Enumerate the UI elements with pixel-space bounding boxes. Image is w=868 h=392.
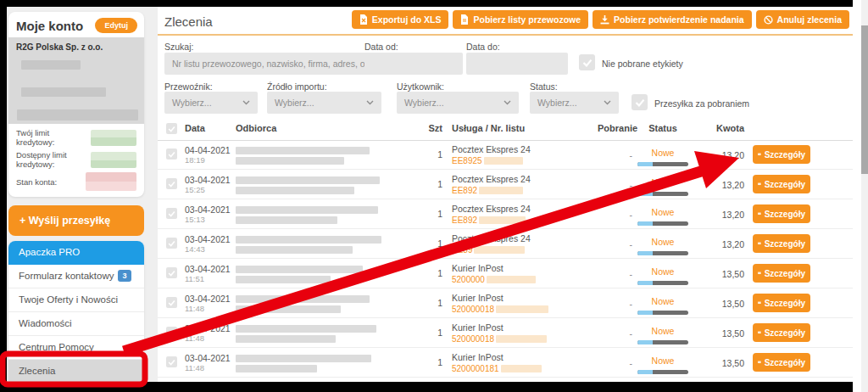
sidebar-item-help-center[interactable]: Centrum Pomocy (8, 336, 144, 360)
service-name: Pocztex Ekspres 24 (452, 233, 531, 244)
book-icon (758, 210, 761, 218)
button-label: Szczegóły (765, 210, 805, 219)
book-icon (758, 299, 761, 307)
service-name: Pocztex Ekspres 24 (452, 204, 531, 214)
status-badge: Nowe (652, 237, 675, 247)
order-amount: 13,50 (702, 328, 744, 339)
sidebar-item-apaczka-pro[interactable]: Apaczka PRO (8, 241, 144, 265)
redacted-text (236, 147, 370, 154)
row-checkbox[interactable] (166, 327, 177, 338)
redacted-value (91, 152, 136, 168)
status-progress-fill (637, 221, 653, 226)
tracking-number[interactable]: EE892 (452, 185, 531, 196)
row-checkbox[interactable] (166, 208, 177, 219)
tracking-number[interactable]: 5200000181 (452, 363, 542, 374)
credit-limit-row: Twój limit kredytowy: (16, 128, 136, 147)
book-icon (758, 328, 761, 337)
service-cell: Kurier InPost 520000018 (452, 293, 548, 315)
details-button[interactable]: Szczegóły (753, 175, 810, 193)
tracking-redacted (496, 305, 548, 313)
button-label: Szczegóły (765, 150, 805, 160)
account-address-block: R2G Polska Sp. z o.o. (8, 37, 144, 124)
row-checkbox[interactable] (166, 297, 177, 308)
company-name: R2G Polska Sp. z o.o. (16, 42, 136, 52)
check-icon (168, 270, 175, 277)
details-button[interactable]: Szczegóły (753, 204, 810, 223)
status-progress-bar (637, 192, 688, 196)
table-row: 03-04-202115:25 1 Pocztex Ekspres 24 EE8… (158, 170, 853, 199)
available-limit-row: Dostępny limit kredytowy: (16, 150, 136, 169)
scrollbar-thumb[interactable] (861, 25, 868, 174)
service-name: Pocztex Ekspres 24 (452, 174, 531, 184)
service-cell: Kurier InPost 5200000 (452, 263, 536, 285)
order-amount: 13,50 (702, 299, 744, 309)
sidebar-item-orders[interactable]: Zlecenia (8, 360, 144, 382)
account-card: Moje konto Edytuj R2G Polska Sp. z o.o. … (8, 12, 144, 197)
details-button[interactable]: Szczegóły (753, 145, 810, 164)
details-button[interactable]: Szczegóły (753, 353, 810, 372)
order-date: 03-04-202114:43 (185, 234, 231, 255)
button-label: Szczegóły (765, 299, 805, 308)
row-checkbox[interactable] (166, 238, 177, 249)
scrollbar-track[interactable] (861, 0, 868, 392)
status-progress-bar (637, 370, 688, 374)
order-date: 03-04-202111:48 (185, 353, 231, 373)
tracking-number[interactable]: 520000018 (452, 333, 547, 344)
details-button[interactable]: Szczegóły (753, 294, 810, 312)
sidebar-item-messages[interactable]: Wiadomości (8, 312, 144, 336)
service-cell: Pocztex Ekspres 24 EE892 (452, 174, 531, 196)
redacted-text (21, 60, 81, 70)
order-time: 18:19 (185, 155, 231, 165)
button-label: Szczegóły (765, 180, 805, 189)
recipient-redacted (236, 206, 378, 227)
status-progress-bar (637, 251, 688, 255)
order-amount: 13,20 (702, 150, 744, 160)
status-progress-fill (637, 311, 653, 315)
redacted-text (236, 266, 363, 273)
sidebar: Moje konto Edytuj R2G Polska Sp. z o.o. … (7, 7, 158, 382)
details-button[interactable]: Szczegóły (753, 264, 810, 283)
row-checkbox[interactable] (166, 178, 177, 189)
redacted-text (236, 187, 354, 194)
tracking-number[interactable]: 520000018 (452, 304, 548, 315)
redacted-value (91, 130, 136, 146)
order-date: 03-04-202115:25 (185, 175, 231, 195)
table-row: 03-04-202114:43 1 Pocztex Ekspres 24 EE8… (158, 229, 853, 259)
table-row: 03-04-202111:48 1 Kurier InPost 52000001… (158, 288, 853, 318)
service-cell: Pocztex Ekspres 24 EE8925 (452, 144, 531, 166)
sidebar-item-contact-form[interactable]: Formularz kontaktowy3 (8, 265, 144, 288)
button-label: Szczegóły (765, 239, 805, 249)
redacted-text (21, 87, 106, 97)
status-cell: Nowe (637, 322, 688, 344)
recipient-redacted (236, 236, 381, 256)
status-badge: Nowe (652, 326, 675, 336)
order-date: 03-04-202111:51 (185, 264, 231, 284)
tracking-number[interactable]: EE89 (452, 244, 531, 255)
table-row: 03-04-202115:13 1 Pocztex Ekspres 24 EE8… (158, 199, 853, 229)
sidebar-menu: Apaczka PRO Formularz kontaktowy3 Twoje … (8, 241, 144, 382)
recipient-redacted (236, 266, 363, 286)
tracking-number[interactable]: 5200000 (452, 274, 536, 285)
row-checkbox[interactable] (166, 356, 177, 367)
row-checkbox[interactable] (166, 148, 177, 160)
order-date: 03-04-202111:48 (185, 323, 231, 344)
sidebar-item-offers-news[interactable]: Twoje Oferty i Nowości (8, 288, 144, 312)
service-name: Pocztex Ekspres 24 (452, 144, 531, 154)
status-badge: Nowe (652, 177, 675, 188)
tracking-number[interactable]: EE8925 (452, 155, 531, 166)
service-cell: Kurier InPost 520000018 (452, 322, 547, 344)
orders-panel: Zlecenia Exportuj do XLS Pobierz listy p… (158, 7, 853, 382)
tracking-redacted (479, 216, 526, 224)
row-checkbox[interactable] (166, 267, 177, 278)
credit-limit-label: Twój limit kredytowy: (16, 128, 82, 147)
tracking-number[interactable]: EE892 (452, 215, 531, 226)
details-button[interactable]: Szczegóły (753, 323, 810, 342)
redacted-text (236, 335, 336, 343)
send-parcel-button[interactable]: + Wyślij przesyłkę (8, 205, 144, 236)
check-icon (168, 181, 175, 188)
status-badge: Nowe (652, 148, 675, 158)
check-icon (168, 240, 175, 247)
redacted-text (236, 246, 353, 254)
edit-account-button[interactable]: Edytuj (95, 18, 137, 33)
details-button[interactable]: Szczegóły (753, 234, 810, 253)
